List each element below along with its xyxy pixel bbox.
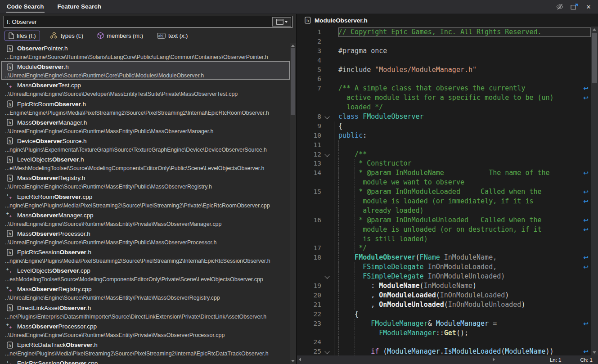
- code-line: 6: [297, 74, 591, 84]
- result-item[interactable]: + + MassObserverManager.cpp..\UnrealEngi…: [1, 210, 290, 228]
- result-item[interactable]: h EpicRtcDataTrackObserver.h...ne\Engine…: [1, 339, 290, 358]
- result-item[interactable]: h DeviceObserverSource.h...ngine\Plugins…: [1, 135, 290, 154]
- word-wrap-icon: ↩: [583, 319, 589, 328]
- fold-margin: [321, 93, 338, 103]
- cpp-file-icon: + +: [6, 360, 13, 364]
- svg-text:+: +: [9, 288, 12, 293]
- code-text: /**: [338, 150, 591, 159]
- preview-header: h ModuleObserver.h: [297, 14, 598, 27]
- result-item[interactable]: + + EpicRtcSessionObserver.cpp: [1, 358, 290, 364]
- cpp-file-icon: + +: [6, 82, 13, 89]
- result-filepath: ...Engine\Engine\Plugins\Media\PixelStre…: [2, 109, 289, 117]
- code-token: module we want to observe: [363, 178, 464, 186]
- svg-text:+: +: [6, 82, 9, 86]
- code-editor[interactable]: 1// Copyright Epic Games, Inc. All Right…: [297, 27, 598, 355]
- scroll-left-icon[interactable]: [299, 358, 301, 361]
- code-token: ModuleManager: [436, 319, 489, 328]
- indent-guide: [355, 243, 355, 253]
- fold-scope-line: [334, 310, 334, 319]
- code-text: class FModuleObserver: [338, 112, 591, 121]
- results-scrollbar[interactable]: [290, 43, 296, 364]
- code-text-cell: * @param InOnModuleLoaded Called when th…: [338, 187, 591, 197]
- tab-feature-search[interactable]: Feature Search: [51, 0, 108, 13]
- popout-icon[interactable]: [570, 3, 578, 11]
- editor-scrollbar[interactable]: [591, 27, 598, 355]
- header-file-icon: h: [7, 249, 13, 256]
- code-token: (: [420, 282, 424, 290]
- scroll-right-icon[interactable]: [493, 358, 495, 361]
- indent-guide: [338, 187, 339, 197]
- code-token: * @param InModuleName The name of the: [359, 169, 549, 177]
- fold-scope-line: [334, 131, 334, 140]
- code-token: ,: [371, 301, 379, 309]
- scroll-up-icon[interactable]: [291, 45, 295, 47]
- result-filepath: ..\UnrealEngine\Engine\Source\Runtime\Ma…: [2, 294, 289, 302]
- result-item[interactable]: h LevelObjectsObserver.h...e\MeshModelin…: [1, 154, 290, 172]
- indent-guide: [338, 206, 339, 216]
- word-wrap-icon: ↩: [583, 187, 589, 197]
- code-line: module is unloaded (or on destruction, i…: [297, 225, 591, 234]
- indent-guide: [355, 225, 355, 234]
- result-item[interactable]: h ObserverPointer.h...Engine\Engine\Sour…: [1, 43, 290, 61]
- scroll-down-icon[interactable]: [291, 360, 295, 362]
- header-file-icon: h: [7, 63, 13, 71]
- result-item[interactable]: + + MassObserverRegistry.cpp..\UnrealEng…: [1, 283, 290, 302]
- result-filepath: ..\UnrealEngine\Engine\Source\Runtime\Ma…: [2, 238, 289, 247]
- results-scroll-thumb[interactable]: [291, 48, 295, 115]
- result-filename: EpicRtcDataTrackObserver.h: [17, 342, 98, 348]
- fold-chevron-icon[interactable]: [324, 274, 329, 279]
- result-item[interactable]: h DirectLinkAssetObserver.h...ne\Plugins…: [1, 302, 290, 321]
- fold-scope-line: [334, 337, 334, 347]
- filter-files[interactable]: files (f:): [4, 31, 40, 41]
- result-item[interactable]: h EpicRtcSessionObserver.h...ngine\Engin…: [1, 247, 290, 265]
- fold-chevron-icon[interactable]: [324, 152, 329, 157]
- close-icon[interactable]: ✕: [585, 3, 593, 11]
- result-item[interactable]: + + LevelObjectsObserver.cpp...eshModeli…: [1, 265, 290, 283]
- fold-margin: [321, 319, 338, 328]
- filter-members[interactable]: members (m:): [93, 30, 147, 41]
- result-filepath: ..\UnrealEngine\Engine\Source\Runtime\Ma…: [2, 220, 289, 229]
- search-layout-button[interactable]: [272, 17, 291, 27]
- filter-text[interactable]: ab| text (x:): [153, 31, 192, 41]
- indent-guide: [355, 328, 355, 338]
- eye-slash-icon[interactable]: [556, 3, 564, 11]
- result-item[interactable]: + + MassObserverTest.cpp..\UnrealEngine\…: [1, 80, 290, 98]
- indent-guide: [338, 243, 339, 253]
- result-item[interactable]: h MassObserverRegistry.h..\UnrealEngine\…: [1, 172, 290, 191]
- result-item[interactable]: h MassObserverManager.h..\UnrealEngine\E…: [1, 117, 290, 135]
- fold-margin: [321, 131, 338, 140]
- fold-margin: [321, 197, 338, 206]
- result-name-row: h ModuleObserver.h: [2, 62, 289, 72]
- code-line: 10public:: [297, 131, 591, 140]
- code-token: (: [379, 347, 387, 355]
- result-item[interactable]: + + EpicRtcRoomObserver.cpp...ngine\Engi…: [1, 191, 290, 210]
- tab-code-search[interactable]: Code Search: [0, 0, 51, 13]
- result-item[interactable]: + + MassObserverProcessor.cpp..\UnrealEn…: [1, 321, 290, 339]
- fold-scope-line: [334, 281, 334, 291]
- editor-scroll-thumb[interactable]: [592, 33, 597, 83]
- line-number: [297, 103, 321, 112]
- svg-text:+: +: [6, 286, 9, 290]
- filter-types[interactable]: types (t:): [46, 30, 88, 41]
- word-wrap-icon: ↩: [583, 168, 589, 178]
- fold-chevron-icon[interactable]: [324, 114, 329, 119]
- result-name-row: h MassObserverRegistry.h: [2, 173, 289, 183]
- code-text: */: [338, 243, 591, 253]
- filter-members-label: members (m:): [107, 32, 143, 39]
- fold-margin: [321, 56, 338, 65]
- scroll-down-icon[interactable]: [593, 351, 596, 354]
- editor-hscrollbar[interactable]: [297, 355, 497, 364]
- code-token: ModuleManager: [387, 347, 440, 355]
- indent-guide: [338, 253, 339, 262]
- fold-margin: [321, 206, 338, 216]
- fold-chevron-icon[interactable]: [324, 349, 329, 354]
- search-input[interactable]: [4, 16, 292, 28]
- result-item[interactable]: h EpicRtcRoomObserver.h...Engine\Engine\…: [1, 99, 290, 117]
- line-number: 10: [297, 131, 321, 140]
- result-file-icon: h: [6, 45, 13, 52]
- scroll-up-icon[interactable]: [593, 28, 596, 31]
- fold-scope-line: [334, 234, 334, 244]
- code-token: InOnModuleLoaded: [440, 291, 505, 299]
- result-item[interactable]: h MassObserverProcessor.h..\UnrealEngine…: [1, 228, 290, 247]
- result-item[interactable]: h ModuleObserver.h..\UnrealEngine\Engine…: [1, 61, 290, 80]
